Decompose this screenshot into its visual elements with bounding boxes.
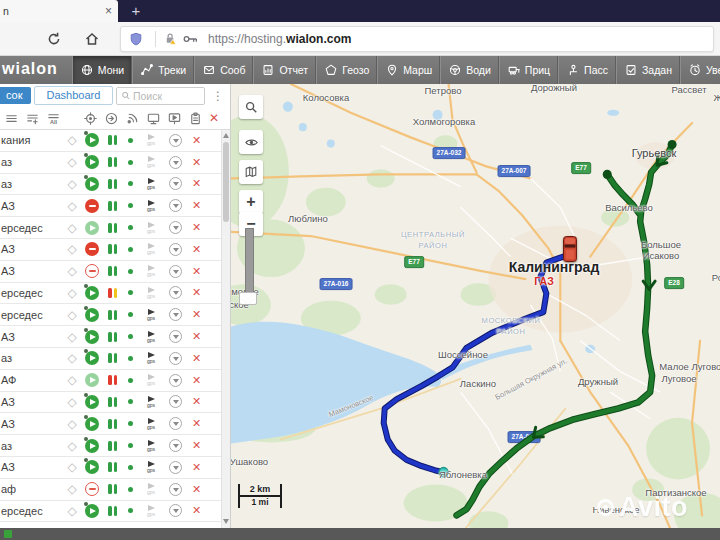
unit-menu-button[interactable] <box>169 330 182 343</box>
scroll-thumb[interactable] <box>223 142 229 222</box>
remove-unit-button[interactable]: ✕ <box>192 352 201 365</box>
map-layers-button[interactable] <box>239 160 263 184</box>
unit-row[interactable]: аф ◇ gps ✕ <box>0 479 221 501</box>
unit-menu-button[interactable] <box>169 199 182 212</box>
home-icon[interactable] <box>80 27 104 51</box>
nav-item-routes[interactable]: Марш <box>377 56 440 84</box>
remove-unit-button[interactable]: ✕ <box>192 395 201 408</box>
location-diamond-icon[interactable]: ◇ <box>62 155 82 169</box>
remove-unit-button[interactable]: ✕ <box>192 221 201 234</box>
taskbar-app-icon[interactable] <box>4 530 12 538</box>
nav-item-trailers[interactable]: Приц <box>499 56 558 84</box>
location-diamond-icon[interactable]: ◇ <box>62 221 82 235</box>
unit-row[interactable]: АЗ ◇ gps ✕ <box>0 392 221 414</box>
reload-icon[interactable] <box>42 27 66 51</box>
location-diamond-icon[interactable]: ◇ <box>62 177 82 191</box>
close-red-icon[interactable]: ✕ <box>209 111 219 125</box>
unit-menu-button[interactable] <box>169 374 182 387</box>
nav-item-reports[interactable]: Отчет <box>253 56 316 84</box>
new-tab-button[interactable]: + <box>126 2 146 20</box>
remove-unit-button[interactable]: ✕ <box>192 199 201 212</box>
location-diamond-icon[interactable]: ◇ <box>62 308 82 322</box>
nav-item-drivers[interactable]: Води <box>440 56 499 84</box>
unit-row[interactable]: аз ◇ gps ✕ <box>0 152 221 174</box>
clipboard-icon[interactable] <box>188 111 203 126</box>
map-panel[interactable]: 27А-03227А-007E77E7727А-016E2827А-002 Ко… <box>231 84 720 540</box>
remove-unit-button[interactable]: ✕ <box>192 134 201 147</box>
scroll-down-icon[interactable] <box>223 519 229 524</box>
motion-state-icon[interactable] <box>85 242 99 256</box>
location-diamond-icon[interactable]: ◇ <box>62 133 82 147</box>
unit-menu-button[interactable] <box>169 461 182 474</box>
motion-state-icon[interactable] <box>85 133 99 147</box>
motion-state-icon[interactable] <box>85 351 99 365</box>
remove-unit-button[interactable]: ✕ <box>192 308 201 321</box>
unit-row[interactable]: ерседес ◇ gps ✕ <box>0 304 221 326</box>
nav-item-messages[interactable]: Сооб <box>194 56 253 84</box>
unit-row[interactable]: АЗ ◇ gps ✕ <box>0 195 221 217</box>
browser-tab[interactable]: n × <box>0 0 118 22</box>
remove-unit-button[interactable]: ✕ <box>192 439 201 452</box>
shield-icon[interactable] <box>129 32 143 46</box>
list-icon[interactable] <box>4 111 19 126</box>
location-diamond-icon[interactable]: ◇ <box>62 242 82 256</box>
follow-icon[interactable] <box>104 111 119 126</box>
nav-item-geofence[interactable]: Геозо <box>316 56 377 84</box>
unit-row[interactable]: ерседес ◇ gps ✕ <box>0 217 221 239</box>
remove-unit-button[interactable]: ✕ <box>192 265 201 278</box>
unit-menu-button[interactable] <box>169 439 182 452</box>
location-diamond-icon[interactable]: ◇ <box>62 439 82 453</box>
location-diamond-icon[interactable]: ◇ <box>62 482 82 496</box>
monitor-icon[interactable] <box>146 111 161 126</box>
taskbar[interactable] <box>0 528 720 540</box>
nav-item-jobs[interactable]: Задан <box>616 56 680 84</box>
sidebar-menu-button[interactable]: ⋮ <box>208 89 228 103</box>
unit-menu-button[interactable] <box>169 308 182 321</box>
location-diamond-icon[interactable]: ◇ <box>62 504 82 518</box>
screen-icon[interactable] <box>167 111 182 126</box>
motion-state-icon[interactable] <box>85 221 99 235</box>
unit-menu-button[interactable] <box>169 395 182 408</box>
truck-marker-icon[interactable] <box>563 236 577 262</box>
remove-unit-button[interactable]: ✕ <box>192 286 201 299</box>
list-add-icon[interactable] <box>25 111 40 126</box>
motion-state-icon[interactable] <box>85 199 99 213</box>
motion-state-icon[interactable] <box>85 330 99 344</box>
motion-state-icon[interactable] <box>85 460 99 474</box>
motion-state-icon[interactable] <box>85 482 99 496</box>
motion-state-icon[interactable] <box>85 155 99 169</box>
unit-menu-button[interactable] <box>169 156 182 169</box>
unit-row[interactable]: аз ◇ gps ✕ <box>0 348 221 370</box>
motion-state-icon[interactable] <box>85 395 99 409</box>
nav-item-notifications[interactable]: Увед <box>680 56 720 84</box>
remove-unit-button[interactable]: ✕ <box>192 330 201 343</box>
search-input[interactable] <box>131 89 200 103</box>
signal-icon[interactable] <box>125 111 140 126</box>
location-diamond-icon[interactable]: ◇ <box>62 199 82 213</box>
lock-warning-icon[interactable] <box>163 31 178 46</box>
unit-row[interactable]: АЗ ◇ gps ✕ <box>0 326 221 348</box>
unit-search[interactable] <box>116 87 205 105</box>
unit-row[interactable]: кания ◇ gps ✕ <box>0 130 221 152</box>
unit-menu-button[interactable] <box>169 265 182 278</box>
list-all-icon[interactable]: All <box>46 111 61 126</box>
location-diamond-icon[interactable]: ◇ <box>62 373 82 387</box>
zoom-slider-handle[interactable] <box>239 292 257 305</box>
unit-menu-button[interactable] <box>169 504 182 517</box>
motion-state-icon[interactable] <box>85 504 99 518</box>
location-diamond-icon[interactable]: ◇ <box>62 417 82 431</box>
tab-dashboard[interactable]: Dashboard <box>34 86 114 105</box>
crosshair-icon[interactable] <box>83 111 98 126</box>
location-diamond-icon[interactable]: ◇ <box>62 351 82 365</box>
unit-row[interactable]: АЗ ◇ gps ✕ <box>0 413 221 435</box>
nav-item-passengers[interactable]: Пасс <box>558 56 616 84</box>
zoom-slider[interactable] <box>245 228 254 300</box>
remove-unit-button[interactable]: ✕ <box>192 374 201 387</box>
motion-state-icon[interactable] <box>85 373 99 387</box>
unit-menu-button[interactable] <box>169 243 182 256</box>
motion-state-icon[interactable] <box>85 417 99 431</box>
zoom-in-button[interactable]: + <box>239 190 263 214</box>
remove-unit-button[interactable]: ✕ <box>192 483 201 496</box>
map-visibility-button[interactable] <box>239 130 263 154</box>
nav-item-globe[interactable]: Мони <box>72 56 132 84</box>
